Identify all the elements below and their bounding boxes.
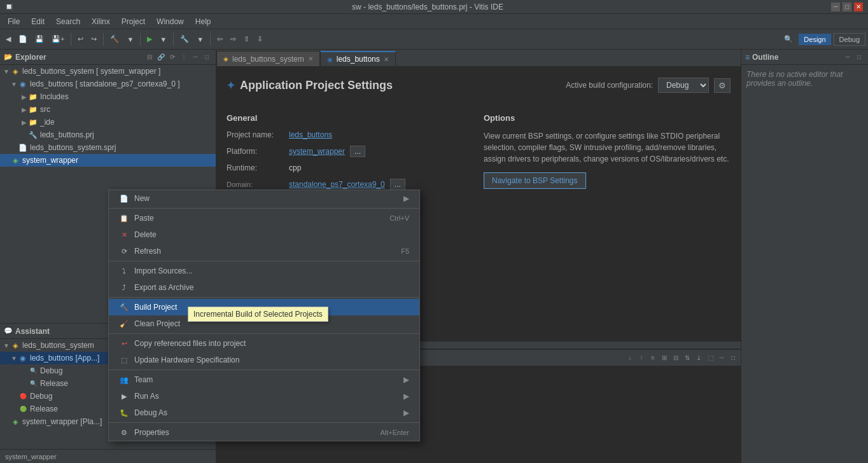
ctx-new-label: New	[134, 194, 150, 203]
ctx-new[interactable]: 📄 New ▶	[109, 190, 419, 207]
window-menu-icon[interactable]: 🔲	[5, 3, 13, 10]
debug2-icon: 🔴	[18, 391, 28, 401]
expand-icon: ▼	[10, 354, 18, 362]
new-button[interactable]: 📄	[15, 32, 31, 47]
ctx-sep3	[109, 297, 419, 298]
tab-system[interactable]: ◈ leds_buttons_system ✕	[216, 51, 320, 66]
platform-value[interactable]: system_wrapper	[289, 147, 345, 156]
platform2-label: system_wrapper [Pla...]	[22, 417, 102, 426]
tree-item-system[interactable]: ▼ ◈ leds_buttons_system [ system_wrapper…	[0, 65, 216, 78]
link-editor-button[interactable]: 🔗	[156, 52, 166, 62]
tree-item-app[interactable]: ▼ ◉ leds_buttons [ standalone_ps7_cortex…	[0, 78, 216, 90]
nav-up[interactable]: ⇧	[241, 32, 253, 47]
sync-button[interactable]: ⟳	[167, 52, 178, 62]
minimize-explorer-button[interactable]: ─	[190, 52, 200, 62]
outline-icon: ≡	[745, 53, 750, 62]
paste-icon: 📋	[119, 213, 129, 223]
back-button[interactable]: ◀	[3, 32, 14, 47]
build-dropdown[interactable]: ▼	[123, 32, 137, 47]
menu-file[interactable]: File	[3, 16, 25, 27]
status-expand-button[interactable]: ⬚	[705, 353, 715, 363]
search-button[interactable]: 🔍	[781, 32, 796, 47]
status-maximize-button[interactable]: □	[728, 353, 738, 363]
explorer-menu-button[interactable]: ⋮	[179, 52, 189, 62]
ctx-refresh[interactable]: ⟳ Refresh F5	[109, 243, 419, 259]
build-config-select[interactable]: Debug	[658, 78, 709, 93]
tree-item-src[interactable]: ▶ 📁 src	[0, 103, 216, 116]
ctx-update-hw[interactable]: ⬚ Update Hardware Specification	[109, 352, 419, 368]
nav-down[interactable]: ⇩	[254, 32, 266, 47]
expand-icon: ▼	[10, 80, 18, 88]
project-name-value[interactable]: leds_buttons	[289, 130, 332, 139]
outline-maximize-button[interactable]: □	[854, 52, 864, 62]
undo-button[interactable]: ↩	[74, 32, 87, 47]
navigate-bsp-button[interactable]: Navigate to BSP Settings	[484, 172, 586, 189]
maximize-button[interactable]: □	[843, 3, 851, 11]
debug-launch-button[interactable]: ▶	[144, 32, 155, 47]
outline-minimize-button[interactable]: ─	[843, 52, 853, 62]
system-label: leds_buttons_system [ system_wrapper ]	[22, 67, 160, 76]
ctx-debug-as[interactable]: 🐛 Debug As ▶	[109, 404, 419, 421]
save-all-button[interactable]: 💾+	[48, 32, 67, 47]
status-down-button[interactable]: ↓	[625, 353, 635, 363]
ctx-run-as[interactable]: ▶ Run As ▶	[109, 388, 419, 404]
redo-button[interactable]: ↪	[88, 32, 100, 47]
tree-item-sprj[interactable]: ▶ 📄 leds_buttons_system.sprj	[0, 141, 216, 154]
minimize-button[interactable]: ─	[831, 3, 840, 11]
ctx-export[interactable]: ⤴ Export as Archive	[109, 279, 419, 296]
folder-icon: 📁	[28, 104, 38, 114]
nav-back[interactable]: ⇨	[227, 32, 239, 47]
design-button[interactable]: Design	[799, 34, 830, 45]
ctx-team[interactable]: 👥 Team ▶	[109, 371, 419, 388]
status-export-button[interactable]: ⤓	[694, 353, 704, 363]
collapse-all-button[interactable]: ⊟	[144, 52, 155, 62]
domain-row: Domain: standalone_ps7_cortexa9_0 ...	[227, 179, 473, 190]
system-label: leds_buttons_system	[22, 341, 94, 350]
platform-ellipsis[interactable]: ...	[350, 146, 365, 157]
ctx-properties[interactable]: ⚙ Properties Alt+Enter	[109, 424, 419, 441]
ctx-delete[interactable]: ✕ Delete	[109, 226, 419, 243]
ctx-copy-ref[interactable]: ↩ Copy referenced files into project	[109, 335, 419, 352]
close-button[interactable]: ✕	[854, 3, 863, 11]
menu-search[interactable]: Search	[51, 16, 85, 27]
domain-value[interactable]: standalone_ps7_cortexa9_0	[289, 180, 385, 189]
menu-edit[interactable]: Edit	[26, 16, 50, 27]
tab-app[interactable]: ◉ leds_buttons ✕	[320, 51, 396, 66]
build-config-gear[interactable]: ⚙	[714, 78, 731, 93]
ctx-paste[interactable]: 📋 Paste Ctrl+V	[109, 210, 419, 226]
ctx-import[interactable]: ⤵ Import Sources...	[109, 263, 419, 279]
domain-ellipsis[interactable]: ...	[390, 179, 405, 190]
title-bar-text: sw - leds_buttons/leds_buttons.prj - Vit…	[24, 3, 831, 11]
tab-system-close[interactable]: ✕	[308, 55, 313, 62]
settings-icon: ✦	[227, 79, 235, 92]
status-collapse-button[interactable]: ─	[717, 353, 727, 363]
status-sort-button[interactable]: ⇅	[682, 353, 692, 363]
ctx-run-as-label: Run As	[134, 392, 159, 401]
domain-label: Domain:	[227, 181, 284, 188]
status-grid-button[interactable]: ⊞	[659, 353, 669, 363]
run-dropdown[interactable]: ▼	[193, 32, 207, 47]
ctx-sep1	[109, 208, 419, 209]
ctx-build-label: Build Project	[134, 303, 177, 312]
menu-xilinx[interactable]: Xilinx	[87, 16, 115, 27]
debug-launch-dropdown[interactable]: ▼	[157, 32, 170, 47]
tree-item-ide[interactable]: ▶ 📁 _ide	[0, 116, 216, 128]
status-filter-button[interactable]: ≡	[648, 353, 658, 363]
build-button[interactable]: 🔨	[107, 32, 122, 47]
status-grid2-button[interactable]: ⊟	[671, 353, 681, 363]
debug-perspective-button[interactable]: Debug	[834, 33, 865, 46]
save-button[interactable]: 💾	[32, 32, 47, 47]
menu-project[interactable]: Project	[116, 16, 150, 27]
bottom-status-bar: system_wrapper	[0, 449, 216, 463]
maximize-explorer-button[interactable]: □	[202, 52, 212, 62]
platform2-icon: ◈	[10, 417, 20, 427]
run-button[interactable]: 🔧	[177, 32, 192, 47]
menu-window[interactable]: Window	[151, 16, 189, 27]
menu-help[interactable]: Help	[190, 16, 216, 27]
status-up-button[interactable]: ↑	[636, 353, 647, 363]
tree-item-includes[interactable]: ▶ 📁 Includes	[0, 90, 216, 103]
tree-item-platform[interactable]: ▶ ◈ system_wrapper	[0, 154, 216, 167]
nav-forward[interactable]: ⇦	[214, 32, 226, 47]
tab-app-close[interactable]: ✕	[384, 56, 389, 63]
tree-item-prj[interactable]: ▶ 🔧 leds_buttons.prj	[0, 128, 216, 141]
